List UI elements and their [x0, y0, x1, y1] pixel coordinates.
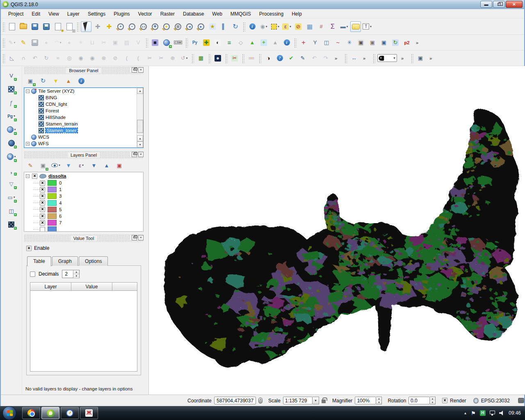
new-print-composer-icon[interactable]: ✱ — [52, 21, 63, 32]
info-cursor-tool-icon[interactable]: i — [281, 37, 292, 48]
map-canvas[interactable] — [148, 66, 525, 395]
taskbar-qgis[interactable] — [41, 407, 59, 419]
p2-plugin-icon[interactable]: p2 — [402, 37, 412, 48]
dropdown-arrow-icon[interactable]: ▾ — [14, 114, 15, 118]
show-hidden-icons[interactable]: ▲ — [463, 411, 467, 415]
taskbar-clock[interactable]: 09:46 — [509, 410, 524, 416]
digitize-pen-icon[interactable]: ✎ — [297, 53, 308, 64]
scale-lock-icon[interactable] — [322, 399, 326, 403]
copy-stack-tool-icon[interactable]: ▣ — [415, 53, 426, 64]
new-temp-scratch-layer-icon[interactable]: ▭+▾ — [6, 192, 17, 203]
toolbar3-overflow-3-icon[interactable]: » — [398, 53, 409, 64]
collapse-all-layers-icon[interactable]: ▲ — [101, 160, 112, 171]
refresh-browser-icon[interactable]: ↻ — [38, 75, 48, 86]
layer-item-dissolta[interactable]: −×dissolta — [24, 172, 143, 180]
browser-item-cdn-light[interactable]: CDN_light — [24, 101, 143, 107]
render-checkbox[interactable]: × — [442, 398, 447, 403]
merge-features-icon[interactable]: ⊕ — [167, 53, 178, 64]
menu-project[interactable]: Project — [4, 10, 27, 18]
python-console-icon[interactable]: Py — [189, 37, 200, 48]
google-earth-tool-icon[interactable]: ● — [212, 53, 223, 64]
dropdown-arrow-icon[interactable]: ▾ — [14, 41, 16, 44]
crs-globe-icon[interactable] — [473, 398, 478, 404]
add-dark-raster-layer-icon[interactable]: + — [6, 219, 17, 230]
sum-features-icon[interactable]: Σ — [327, 21, 338, 32]
profile-line-tool-icon[interactable]: ~ — [333, 37, 343, 48]
layer-class-3[interactable]: ×3 — [24, 193, 143, 199]
simplify-feature-icon[interactable]: ≈ — [52, 53, 63, 64]
enable-checkbox[interactable]: × — [26, 246, 32, 251]
toolbar3-overflow-4-icon[interactable]: » — [427, 53, 437, 64]
metasearch-icon[interactable]: CSW — [173, 37, 183, 48]
layer-class-4[interactable]: ×4 — [24, 200, 143, 206]
add-wcs-layer-icon[interactable]: + — [6, 138, 17, 148]
taskbar-chrome[interactable] — [22, 407, 40, 419]
help-contents-icon[interactable]: ? — [274, 53, 285, 64]
messages-bubble-icon[interactable] — [518, 398, 524, 403]
rotation-value-box[interactable]: 0.0 — [409, 397, 430, 404]
check-geometries-icon[interactable]: ✔ — [286, 53, 297, 64]
interval-tool-icon[interactable]: ↔ — [349, 53, 359, 64]
taskbar-red-x-app[interactable]: Ж — [80, 407, 98, 419]
zoom-to-layer-icon[interactable]: ▨ — [173, 21, 183, 32]
layer-checkbox[interactable]: × — [32, 173, 37, 179]
statistical-summary-icon[interactable]: # — [316, 21, 326, 32]
quickmapservices-icon[interactable]: + — [161, 37, 172, 48]
menu-processing[interactable]: Processing — [255, 10, 288, 18]
taskbar-clock-app[interactable] — [61, 407, 79, 419]
rotate-feature-icon[interactable]: ↻ — [41, 53, 52, 64]
dropdown-arrow-icon[interactable]: ▾ — [82, 164, 84, 167]
scroll-up2-button[interactable]: ▲ — [137, 135, 143, 142]
cad-tools-icon[interactable]: ◺ — [7, 53, 17, 64]
restore-button[interactable] — [493, 1, 505, 8]
delete-part-icon[interactable]: ⊘ — [110, 53, 121, 64]
select-features-icon[interactable]: ▾ — [270, 21, 281, 32]
new-bookmark-icon[interactable]: ★ — [207, 21, 218, 32]
menu-database[interactable]: Database — [179, 10, 208, 18]
zoom-native-icon[interactable]: 1:1 — [138, 21, 149, 32]
photo-blue-icon[interactable]: ▣ — [379, 37, 389, 48]
start-button[interactable] — [2, 406, 16, 420]
dropdown-arrow-icon[interactable]: ▾ — [60, 41, 62, 44]
save-project-as-icon[interactable]: ✎ — [41, 21, 52, 32]
value-tool-close-button[interactable]: × — [138, 235, 144, 240]
rotation-up-icon[interactable]: ▲ — [430, 397, 435, 401]
dropdown-arrow-icon[interactable]: ▾ — [278, 25, 279, 28]
crs-status[interactable]: EPSG:23032 — [481, 398, 510, 404]
value-tool-float-button[interactable] — [132, 235, 137, 240]
dropdown-arrow-icon[interactable]: ▾ — [266, 25, 267, 28]
measure-line-icon[interactable]: ▬▾ — [339, 21, 349, 32]
action-center-flag-icon[interactable]: ⚑ — [471, 410, 476, 416]
raster-terrain-tool-icon[interactable]: ▲ — [270, 37, 281, 48]
split-features-icon[interactable]: ✂ — [144, 53, 155, 64]
dropdown-arrow-icon[interactable]: ▾ — [290, 25, 291, 28]
expand-all-layers-icon[interactable]: ▼ — [89, 160, 99, 171]
rotate-point-symbols-icon[interactable]: ↺▾ — [179, 53, 189, 64]
browser-tree[interactable]: −Tile Server (XYZ)BINGCDN_lightForestHil… — [24, 87, 144, 148]
photo-pin-red-icon[interactable]: ▣ — [356, 37, 366, 48]
layers-tree[interactable]: −×dissolta×0×1×3×4×5×6×7 — [24, 172, 144, 232]
layer-class-0[interactable]: ×0 — [24, 180, 143, 186]
zoom-to-selection-icon[interactable]: ■ — [161, 21, 172, 32]
zoom-full-extent-icon[interactable]: ✚ — [150, 21, 160, 32]
class-checkbox[interactable]: × — [40, 194, 45, 199]
tree-expander-icon[interactable]: − — [26, 89, 30, 93]
menu-vector[interactable]: Vector — [134, 10, 156, 18]
browser-item-stamen-terrain[interactable]: Stamen_terrain — [24, 121, 143, 127]
menu-raster[interactable]: Raster — [156, 10, 179, 18]
refresh-map-icon[interactable]: ↻ — [230, 21, 241, 32]
class-checkbox[interactable]: × — [40, 180, 45, 186]
browser-item-stamen-toner[interactable]: Stamen_toner — [24, 127, 143, 134]
browser-item-wfs[interactable]: +WFS — [24, 140, 143, 147]
layers-close-button[interactable]: × — [138, 152, 144, 157]
zoom-out-icon[interactable]: − — [127, 21, 137, 32]
layer-class-1[interactable]: ×1 — [24, 186, 143, 193]
add-selected-layers-icon[interactable]: ▣+ — [25, 75, 36, 86]
network-icon[interactable] — [490, 411, 495, 414]
topology-tool-icon[interactable]: ✳ — [344, 37, 355, 48]
class-checkbox[interactable]: × — [40, 220, 45, 226]
dem-terrain-tool-icon[interactable]: ▲ — [247, 37, 258, 48]
new-project-icon[interactable] — [7, 21, 17, 32]
undo-icon[interactable]: ↶ — [309, 53, 320, 64]
menu-help[interactable]: Help — [288, 10, 306, 18]
